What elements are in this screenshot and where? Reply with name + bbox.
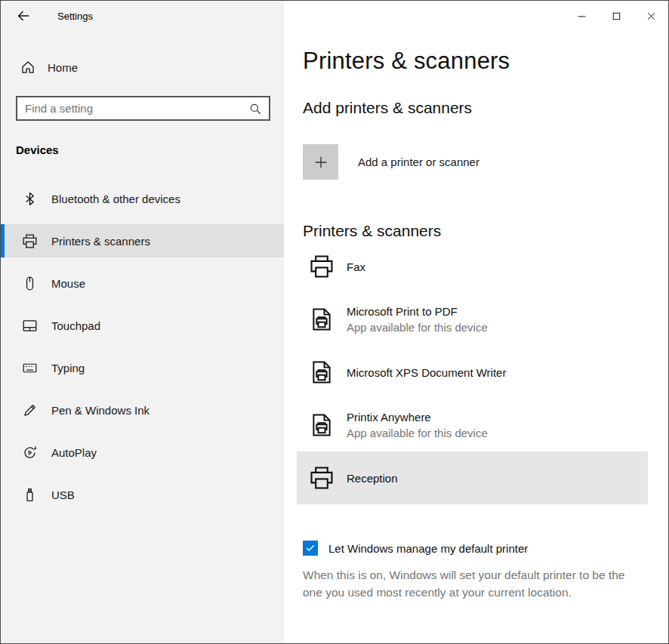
sidebar: Settings Home Devices Bluetooth & other …	[1, 1, 284, 643]
sidebar-item-mouse[interactable]: Mouse	[1, 267, 284, 300]
sidebar-item-label: USB	[51, 488, 75, 501]
mouse-icon	[22, 276, 38, 291]
printer-document-icon	[309, 412, 334, 438]
sidebar-item-touchpad[interactable]: Touchpad	[1, 309, 284, 342]
pen-icon	[22, 402, 38, 418]
maximize-button[interactable]	[599, 1, 634, 31]
sidebar-section-header: Devices	[1, 143, 284, 156]
sidebar-item-label: Bluetooth & other devices	[51, 193, 180, 205]
sidebar-item-home[interactable]: Home	[1, 52, 284, 82]
keyboard-icon	[22, 360, 38, 376]
printer-row-xps-writer[interactable]: Microsoft XPS Document Writer	[297, 346, 648, 399]
minimize-icon	[575, 10, 588, 23]
home-icon	[20, 60, 35, 75]
page-title: Printers & scanners	[303, 48, 668, 75]
printer-text: Printix Anywhere App available for this …	[347, 411, 488, 439]
printer-status: App available for this device	[347, 321, 488, 334]
checkmark-icon	[305, 543, 316, 553]
plus-icon	[313, 154, 329, 171]
close-icon	[645, 10, 658, 23]
home-label: Home	[48, 61, 78, 74]
search-input[interactable]	[17, 97, 248, 119]
window-controls	[564, 1, 668, 31]
sidebar-item-printers[interactable]: Printers & scanners	[1, 224, 284, 257]
printer-row-print-to-pdf[interactable]: Microsoft Print to PDF App available for…	[297, 293, 648, 346]
printer-row-reception[interactable]: Reception	[297, 451, 648, 504]
printer-list: Fax Microsoft Print to PDF App available…	[303, 240, 668, 504]
printers-section-heading: Printers & scanners	[303, 222, 668, 240]
printer-name: Microsoft XPS Document Writer	[347, 366, 506, 379]
printer-document-icon	[309, 359, 334, 385]
printer-row-printix-anywhere[interactable]: Printix Anywhere App available for this …	[297, 399, 648, 451]
manage-default-label[interactable]: Let Windows manage my default printer	[328, 542, 528, 555]
search-box	[16, 96, 270, 121]
usb-icon	[22, 487, 38, 503]
printer-name: Microsoft Print to PDF	[347, 305, 488, 318]
add-printer-label: Add a printer or scanner	[358, 156, 479, 168]
sidebar-item-usb[interactable]: USB	[1, 478, 284, 511]
printer-name: Fax	[347, 260, 365, 273]
sidebar-item-autoplay[interactable]: AutoPlay	[1, 436, 284, 469]
manage-default-checkbox[interactable]	[303, 541, 318, 556]
add-printer-button[interactable]: Add a printer or scanner	[303, 144, 479, 180]
printer-icon	[22, 233, 38, 249]
sidebar-item-label: Typing	[51, 362, 85, 374]
printer-name: Reception	[347, 472, 398, 485]
printer-row-fax[interactable]: Fax	[297, 240, 648, 293]
sidebar-item-bluetooth[interactable]: Bluetooth & other devices	[1, 182, 284, 215]
printer-icon	[309, 465, 334, 491]
printer-text: Reception	[347, 472, 398, 485]
sidebar-nav: Bluetooth & other devices Printers & sca…	[1, 182, 284, 511]
search-icon[interactable]	[248, 102, 262, 116]
maximize-icon	[610, 10, 623, 23]
sidebar-item-label: Mouse	[51, 277, 85, 290]
close-button[interactable]	[634, 1, 668, 31]
main-content: Printers & scanners Add printers & scann…	[284, 1, 668, 643]
arrow-left-icon	[16, 8, 31, 23]
sidebar-item-label: Touchpad	[51, 319, 100, 332]
add-section-heading: Add printers & scanners	[303, 99, 668, 117]
sidebar-item-label: Pen & Windows Ink	[51, 404, 150, 417]
printer-status: App available for this device	[347, 427, 488, 439]
printer-name: Printix Anywhere	[347, 411, 488, 424]
sidebar-item-label: AutoPlay	[51, 446, 97, 459]
printer-document-icon	[309, 307, 334, 332]
printer-text: Microsoft Print to PDF App available for…	[347, 305, 488, 334]
autoplay-icon	[22, 445, 38, 461]
window-title: Settings	[57, 11, 93, 22]
minimize-button[interactable]	[564, 1, 599, 31]
add-square	[303, 144, 338, 180]
settings-window: Settings Home Devices Bluetooth & other …	[0, 0, 669, 644]
sidebar-item-pen[interactable]: Pen & Windows Ink	[1, 393, 284, 427]
sidebar-item-label: Printers & scanners	[51, 235, 150, 248]
printer-text: Fax	[347, 260, 365, 273]
printer-text: Microsoft XPS Document Writer	[347, 366, 506, 379]
default-printer-description: When this is on, Windows will set your d…	[303, 566, 644, 602]
back-button[interactable]	[16, 8, 31, 23]
default-printer-setting: Let Windows manage my default printer	[303, 541, 668, 556]
printer-icon	[309, 254, 334, 279]
touchpad-icon	[22, 318, 38, 334]
titlebar-left: Settings	[1, 1, 284, 31]
bluetooth-icon	[22, 191, 38, 207]
sidebar-item-typing[interactable]: Typing	[1, 351, 284, 384]
